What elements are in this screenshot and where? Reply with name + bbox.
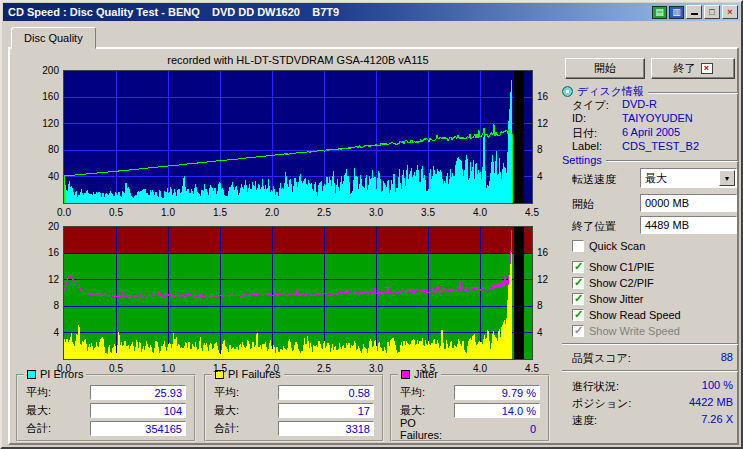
axis-tick-label: 2.5: [317, 207, 331, 218]
disc-id-row: ID: TAIYOYUDEN: [572, 112, 693, 124]
jitter-swatch: [401, 370, 410, 379]
disc-type-row: タイプ: DVD-R: [572, 98, 657, 113]
axis-tick-label: 2.0: [265, 363, 279, 374]
stat-label: 合計:: [214, 421, 239, 436]
axis-tick-label: 3.5: [421, 363, 435, 374]
tab-disc-quality[interactable]: Disc Quality: [11, 27, 96, 49]
start-button-label: 開始: [594, 61, 616, 76]
disc-info-title: ディスク情報: [577, 84, 644, 99]
checkbox-show-jitter[interactable]: Show Jitter: [572, 292, 643, 306]
checkbox-show-c2-pif[interactable]: Show C2/PIF: [572, 276, 654, 290]
disc-date-row: 日付: 6 April 2005: [572, 126, 680, 141]
axis-tick-label: 4.5: [525, 363, 539, 374]
app-window: CD Speed : Disc Quality Test - BENQ DVD …: [0, 0, 743, 449]
stat-row: 平均: 9.79 %: [400, 384, 540, 401]
transfer-speed-select[interactable]: 最大 ▼: [640, 168, 737, 188]
checkbox-show-c1-pie[interactable]: Show C1/PIE: [572, 260, 654, 274]
minimize-button[interactable]: [686, 5, 702, 19]
show-c1-pie-checkbox-icon[interactable]: [572, 261, 584, 273]
checkbox-label: Show C1/PIE: [589, 261, 654, 273]
close-button[interactable]: ×: [722, 5, 738, 19]
stat-value: 0: [458, 421, 540, 436]
show-jitter-checkbox-icon[interactable]: [572, 293, 584, 305]
axis-tick-label: 0.0: [57, 363, 71, 374]
axis-tick-label: 1.0: [161, 207, 175, 218]
axis-tick-label: 4.0: [473, 363, 487, 374]
stat-value: 17: [278, 403, 374, 418]
axis-tick-label: 3.0: [369, 207, 383, 218]
disc-date-value: 6 April 2005: [622, 126, 680, 141]
exit-button-label: 終了: [674, 61, 696, 76]
stat-label: 平均:: [26, 385, 51, 400]
stat-value: 25.93: [90, 385, 186, 400]
disc-icon: [562, 86, 573, 97]
position-label: ポジション:: [572, 396, 631, 411]
stat-value: 0.58: [278, 385, 374, 400]
axis-tick-label: 3.5: [421, 207, 435, 218]
axis-tick-label: 200: [42, 65, 59, 76]
checkbox-label: Show Write Speed: [589, 325, 680, 337]
axis-tick-label: 40: [48, 171, 59, 182]
stat-row: 最大: 17: [214, 402, 374, 419]
disc-label-label: Label:: [572, 140, 622, 152]
exit-icon: [701, 63, 713, 74]
maximize-icon: □: [709, 7, 714, 17]
axis-tick-label: 20: [48, 221, 59, 232]
end-position-field[interactable]: 4489 MB: [640, 216, 737, 234]
disc-type-value: DVD-R: [622, 98, 657, 113]
settings-section-header: Settings: [562, 154, 738, 166]
checkbox-label: Quick Scan: [589, 240, 645, 252]
disc-info-section-header: ディスク情報: [562, 84, 738, 99]
axis-tick-label: 12: [537, 118, 548, 129]
window-title: CD Speed : Disc Quality Test - BENQ DVD …: [3, 6, 339, 18]
start-position-field[interactable]: 0000 MB: [640, 194, 737, 212]
title-bar[interactable]: CD Speed : Disc Quality Test - BENQ DVD …: [3, 3, 740, 21]
axis-tick-label: 3.0: [369, 363, 383, 374]
start-button[interactable]: 開始: [565, 58, 645, 79]
disc-label-row: Label: CDS_TEST_B2: [572, 140, 699, 152]
stat-label: 合計:: [26, 421, 51, 436]
show-write-speed-checkbox-icon: [572, 325, 584, 337]
show-c2-pif-checkbox-icon[interactable]: [572, 277, 584, 289]
titlebar-green-icon[interactable]: ▤: [652, 6, 667, 19]
speed-label: 速度:: [572, 413, 597, 428]
checkbox-show-read-speed[interactable]: Show Read Speed: [572, 308, 681, 322]
axis-tick-label: 0.5: [109, 207, 123, 218]
transfer-speed-value: 最大: [641, 171, 718, 186]
quick-scan-checkbox-icon[interactable]: [572, 240, 584, 252]
axis-tick-label: 120: [42, 118, 59, 129]
position-row: ポジション: 4422 MB: [572, 396, 733, 411]
axis-tick-label: 2.0: [265, 207, 279, 218]
titlebar-blue-icon[interactable]: ▥: [669, 6, 684, 19]
axis-tick-label: 4: [53, 327, 59, 338]
section-divider: [606, 160, 738, 162]
stat-label: 最大:: [26, 403, 51, 418]
position-value: 4422 MB: [689, 396, 733, 411]
show-read-speed-checkbox-icon[interactable]: [572, 309, 584, 321]
disc-id-label: ID:: [572, 112, 622, 124]
disc-id-value: TAIYOYUDEN: [622, 112, 693, 124]
pi-errors-speed-chart: [63, 70, 533, 204]
stat-value: 354165: [90, 421, 186, 436]
axis-tick-label: 16: [537, 247, 548, 258]
maximize-button[interactable]: □: [704, 5, 720, 19]
close-icon: ×: [727, 7, 732, 17]
end-position-label: 終了位置: [572, 219, 616, 234]
progress-row: 進行状況: 100 %: [572, 379, 733, 394]
quality-score-row: 品質スコア: 88: [572, 351, 733, 366]
stat-value: 104: [90, 403, 186, 418]
divider: [562, 343, 738, 345]
chevron-down-icon[interactable]: ▼: [719, 170, 735, 186]
pi-errors-statbox: PI Errors 平均: 25.93 最大: 104 合計: 354165: [16, 374, 196, 442]
stat-row: 最大: 104: [26, 402, 186, 419]
axis-tick-label: 12: [48, 274, 59, 285]
jitter-statbox: Jitter 平均: 9.79 % 最大: 14.0 % PO Failures…: [390, 374, 550, 442]
axis-tick-label: 0.5: [109, 363, 123, 374]
checkbox-label: Show C2/PIF: [589, 277, 654, 289]
stat-label: 最大:: [214, 403, 239, 418]
checkbox-quick-scan[interactable]: Quick Scan: [572, 239, 645, 253]
disc-date-label: 日付:: [572, 126, 622, 141]
axis-tick-label: 4: [537, 171, 543, 182]
stat-value: 3318: [278, 421, 374, 436]
exit-button[interactable]: 終了: [651, 58, 735, 79]
